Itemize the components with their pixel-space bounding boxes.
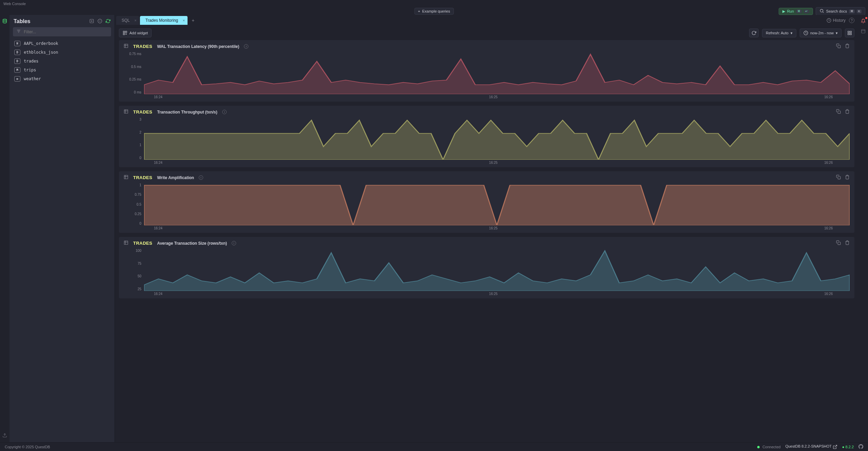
table-icon bbox=[124, 240, 128, 246]
svg-rect-34 bbox=[838, 176, 840, 179]
github-icon[interactable] bbox=[858, 444, 863, 450]
info-icon[interactable]: i bbox=[232, 241, 236, 245]
tab-label: Trades Monitoring bbox=[145, 18, 178, 23]
filter-input[interactable] bbox=[24, 30, 108, 34]
suspend-icon[interactable] bbox=[98, 19, 102, 24]
svg-rect-19 bbox=[848, 31, 849, 33]
table-item[interactable]: HAAPL_orderbook bbox=[12, 39, 112, 48]
table-icon bbox=[124, 109, 128, 115]
delete-chart-icon[interactable] bbox=[845, 44, 850, 49]
table-type-badge: M bbox=[14, 67, 20, 73]
copy-chart-icon[interactable] bbox=[836, 109, 841, 115]
copy-chart-icon[interactable] bbox=[836, 44, 841, 49]
info-icon[interactable]: i bbox=[222, 110, 227, 114]
toolbar: Add widget Refresh: Auto ▾ now-2m - now … bbox=[115, 26, 858, 40]
top-bar: Web Console bbox=[0, 0, 868, 7]
svg-rect-38 bbox=[838, 242, 840, 245]
news-icon[interactable] bbox=[860, 18, 867, 24]
main-layout: Tables HAAPL_orderbookDethblocks_jsonDtr… bbox=[0, 15, 868, 442]
add-table-icon[interactable] bbox=[89, 19, 94, 24]
svg-line-1 bbox=[823, 12, 824, 13]
connection-status: Connected bbox=[757, 445, 780, 449]
chart-y-axis: 10.750.50.250 bbox=[124, 183, 144, 231]
panel-icon[interactable] bbox=[860, 28, 867, 35]
filter-icon bbox=[16, 29, 21, 35]
chart-table-name: TRADES bbox=[133, 44, 152, 49]
chart-y-axis: 0.75 ms0.5 ms0.25 ms0 ms bbox=[124, 52, 144, 100]
table-item[interactable]: ⊞weather bbox=[12, 74, 112, 83]
example-queries-button[interactable]: + Example queries bbox=[414, 8, 454, 15]
right-rail bbox=[858, 15, 868, 442]
chart-plot[interactable]: 16:2416:2516:26 bbox=[144, 183, 850, 231]
refresh-now-button[interactable] bbox=[749, 29, 759, 37]
chevron-down-icon: ▾ bbox=[791, 31, 793, 35]
tab-sql[interactable]: SQL× bbox=[116, 16, 139, 25]
info-icon[interactable]: i bbox=[199, 175, 203, 180]
svg-point-0 bbox=[820, 9, 823, 12]
sidebar: Tables HAAPL_orderbookDethblocks_jsonDtr… bbox=[10, 15, 115, 442]
svg-rect-15 bbox=[123, 33, 125, 35]
grid-settings-button[interactable] bbox=[845, 29, 854, 37]
add-widget-button[interactable]: Add widget bbox=[119, 29, 152, 37]
table-item[interactable]: Dethblocks_json bbox=[12, 48, 112, 57]
svg-point-2 bbox=[3, 19, 7, 20]
database-icon[interactable] bbox=[1, 18, 8, 24]
copy-chart-icon[interactable] bbox=[836, 240, 841, 246]
close-icon[interactable]: × bbox=[135, 18, 137, 22]
upload-icon[interactable] bbox=[1, 432, 8, 439]
chart-plot[interactable]: 16:2416:2516:26 bbox=[144, 52, 850, 100]
chart-panel: TRADES Average Transaction Size (rows/tx… bbox=[119, 237, 854, 298]
chart-title: Average Transaction Size (rows/txn) bbox=[157, 241, 227, 246]
svg-rect-31 bbox=[124, 175, 128, 179]
chevron-down-icon: ▾ bbox=[836, 31, 838, 35]
left-rail bbox=[0, 15, 10, 442]
refresh-mode-dropdown[interactable]: Refresh: Auto ▾ bbox=[762, 29, 796, 37]
time-range-dropdown[interactable]: now-2m - now ▾ bbox=[800, 29, 842, 37]
close-icon[interactable]: × bbox=[183, 18, 185, 22]
chart-y-axis: 100755025 bbox=[124, 249, 144, 296]
table-item[interactable]: Mtrips bbox=[12, 66, 112, 74]
version-full[interactable]: QuestDB 8.2.2-SNAPSHOT bbox=[785, 444, 837, 449]
notification-dot bbox=[865, 17, 867, 19]
chart-plot[interactable]: 16:2416:2516:26 bbox=[144, 249, 850, 296]
plus-icon: + bbox=[418, 9, 420, 13]
connection-dot-icon bbox=[757, 446, 760, 448]
delete-chart-icon[interactable] bbox=[845, 240, 850, 246]
svg-rect-21 bbox=[850, 33, 851, 35]
refresh-tables-icon[interactable] bbox=[106, 19, 110, 24]
search-docs-button[interactable]: Search docs ⌘ K bbox=[816, 7, 865, 15]
svg-rect-13 bbox=[123, 31, 125, 33]
version-badge[interactable]: ● 8.2.2 bbox=[842, 445, 854, 449]
delete-chart-icon[interactable] bbox=[845, 175, 850, 180]
chart-plot[interactable]: 16:2416:2516:26 bbox=[144, 118, 850, 165]
charts-container[interactable]: TRADES WAL Transaction Latency (90th per… bbox=[115, 40, 858, 442]
history-button[interactable]: History bbox=[827, 18, 846, 23]
chart-body: 100755025 16:2416:2516:26 bbox=[124, 249, 850, 296]
table-name: trips bbox=[24, 68, 36, 72]
chart-y-axis: 3210 bbox=[124, 118, 144, 165]
chart-x-axis: 16:2416:2516:26 bbox=[144, 161, 850, 166]
chart-title: Transaction Throughput (txn/s) bbox=[157, 110, 217, 115]
info-icon[interactable]: i bbox=[244, 44, 248, 49]
svg-rect-26 bbox=[838, 45, 840, 48]
run-button[interactable]: ▶ Run ⌘ ↵ bbox=[779, 8, 813, 15]
chart-header: TRADES Transaction Throughput (txn/s) i bbox=[124, 109, 850, 115]
delete-chart-icon[interactable] bbox=[845, 109, 850, 115]
table-name: AAPL_orderbook bbox=[24, 41, 58, 46]
chart-x-axis: 16:2416:2516:26 bbox=[144, 226, 850, 232]
add-tab-button[interactable]: + bbox=[188, 16, 198, 24]
tab-trades-monitoring[interactable]: Trades Monitoring× bbox=[140, 16, 188, 25]
chart-body: 10.750.50.250 16:2416:2516:26 bbox=[124, 183, 850, 231]
sidebar-title: Tables bbox=[14, 18, 31, 24]
chart-header: TRADES Average Transaction Size (rows/tx… bbox=[124, 240, 850, 246]
copy-chart-icon[interactable] bbox=[836, 175, 841, 180]
svg-rect-22 bbox=[848, 33, 849, 35]
help-icon[interactable]: ? bbox=[849, 18, 854, 23]
chart-x-axis: 16:2416:2516:26 bbox=[144, 95, 850, 101]
table-type-badge: ⊞ bbox=[14, 76, 20, 82]
filter-box[interactable] bbox=[13, 27, 111, 36]
table-item[interactable]: Dtrades bbox=[12, 57, 112, 66]
kbd-enter: ↵ bbox=[804, 10, 809, 13]
tab-label: SQL bbox=[122, 18, 130, 23]
chart-header: TRADES Write Amplification i bbox=[124, 175, 850, 180]
